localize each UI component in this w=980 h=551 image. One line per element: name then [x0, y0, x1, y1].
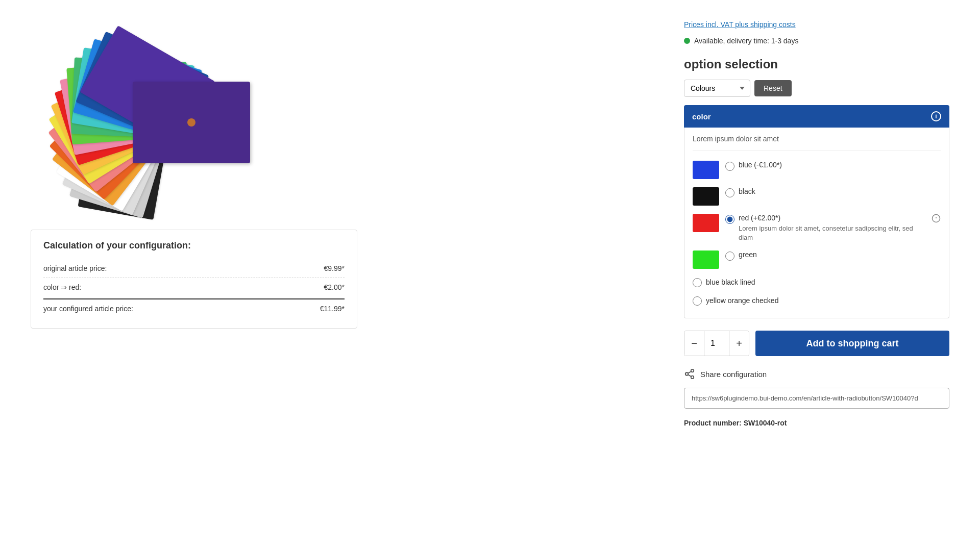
color-label-red: red (+€2.00*) [739, 214, 927, 222]
color-option-black: black [693, 183, 941, 210]
product-number-value: SW10040-rot [744, 419, 787, 427]
color-option-blue: blue (-€1.00*) [693, 157, 941, 183]
color-radio-label-black[interactable]: black [725, 187, 941, 197]
color-section-title: color [692, 112, 711, 121]
quantity-minus-button[interactable]: − [684, 331, 704, 356]
color-label-green: green [739, 251, 757, 259]
color-options-container: blue (-€1.00*)blackred (+€2.00*)Lorem ip… [693, 157, 941, 273]
product-number: Product number: SW10040-rot [684, 419, 949, 427]
color-fan [31, 31, 245, 194]
calculation-title: Calculation of your configuration: [43, 240, 345, 251]
share-url-input[interactable] [684, 388, 949, 409]
svg-point-5 [691, 376, 694, 379]
color-radio-blue[interactable] [725, 162, 734, 171]
color-swatch-red [693, 214, 719, 232]
calc-row-price: €9.99* [324, 264, 345, 272]
calc-row-label: your configured article price: [43, 305, 133, 313]
color-swatch-green [693, 251, 719, 269]
calc-row: original article price:€9.99* [43, 259, 345, 278]
svg-point-3 [691, 369, 694, 372]
calculation-box: Calculation of your configuration: origi… [31, 230, 357, 329]
color-radio-black[interactable] [725, 188, 734, 197]
share-label: Share configuration [700, 370, 767, 379]
cart-row: − + Add to shopping cart [684, 331, 949, 356]
calc-row-price: €2.00* [324, 283, 345, 291]
text-option-label-blue_black_lined[interactable]: blue black lined [706, 278, 755, 286]
vat-link[interactable]: Prices incl. VAT plus shipping costs [684, 20, 949, 29]
color-label-black: black [739, 187, 755, 195]
colours-select[interactable]: Colours [684, 80, 750, 97]
calc-row: color ⇒ red:€2.00* [43, 278, 345, 296]
svg-line-7 [688, 371, 691, 373]
text-option-label-yellow_orange_checked[interactable]: yellow orange checked [706, 296, 778, 305]
availability-text: Available, delivery time: 1-3 days [694, 37, 798, 45]
text-option-yellow_orange_checked: yellow orange checked [693, 291, 941, 310]
calc-row-price: €11.99* [320, 305, 345, 313]
left-panel: Calculation of your configuration: origi… [31, 20, 643, 531]
quantity-control: − + [684, 331, 749, 356]
color-info-icon-red[interactable] [932, 214, 941, 225]
color-radio-label-green[interactable]: green [725, 251, 941, 261]
color-desc-red: Lorem ipsum dolor sit amet, consetetur s… [739, 224, 927, 242]
option-selection-title: option selection [684, 57, 949, 71]
reset-button[interactable]: Reset [754, 80, 792, 96]
add-to-cart-button[interactable]: Add to shopping cart [755, 331, 949, 356]
color-option-red: red (+€2.00*)Lorem ipsum dolor sit amet,… [693, 210, 941, 246]
color-section-header: color i [684, 105, 949, 128]
text-radio-yellow_orange_checked[interactable] [693, 296, 702, 306]
color-section-info-icon[interactable]: i [931, 111, 941, 121]
main-product-card [133, 82, 250, 163]
svg-line-6 [688, 375, 691, 377]
color-section-body: Lorem ipsum dolor sit amet blue (-€1.00*… [684, 128, 949, 318]
right-panel: Prices incl. VAT plus shipping costs Ava… [684, 20, 949, 531]
color-option-green: green [693, 246, 941, 273]
filter-row: Colours Reset [684, 80, 949, 97]
color-radio-green[interactable] [725, 252, 734, 261]
text-option-blue_black_lined: blue black lined [693, 273, 941, 291]
calc-row-label: original article price: [43, 264, 107, 272]
color-radio-red[interactable] [725, 215, 734, 224]
color-swatch-black [693, 187, 719, 206]
share-row: Share configuration [684, 368, 949, 380]
share-icon [684, 368, 695, 380]
availability-row: Available, delivery time: 1-3 days [684, 37, 949, 45]
calc-row: your configured article price:€11.99* [43, 298, 345, 318]
text-options-container: blue black linedyellow orange checked [693, 273, 941, 310]
product-number-label: Product number: [684, 419, 742, 427]
color-section: color i Lorem ipsum dolor sit amet blue … [684, 105, 949, 318]
calc-row-label: color ⇒ red: [43, 283, 81, 291]
quantity-input[interactable] [704, 331, 729, 356]
color-section-lorem: Lorem ipsum dolor sit amet [693, 128, 941, 151]
color-label-blue: blue (-€1.00*) [739, 161, 782, 169]
text-radio-blue_black_lined[interactable] [693, 278, 702, 287]
color-swatch-blue [693, 161, 719, 179]
color-radio-label-blue[interactable]: blue (-€1.00*) [725, 161, 941, 171]
product-image-area [31, 31, 265, 214]
quantity-plus-button[interactable]: + [729, 331, 749, 356]
availability-dot [684, 38, 690, 44]
svg-point-4 [685, 373, 689, 376]
color-radio-label-red[interactable]: red (+€2.00*)Lorem ipsum dolor sit amet,… [725, 214, 941, 242]
